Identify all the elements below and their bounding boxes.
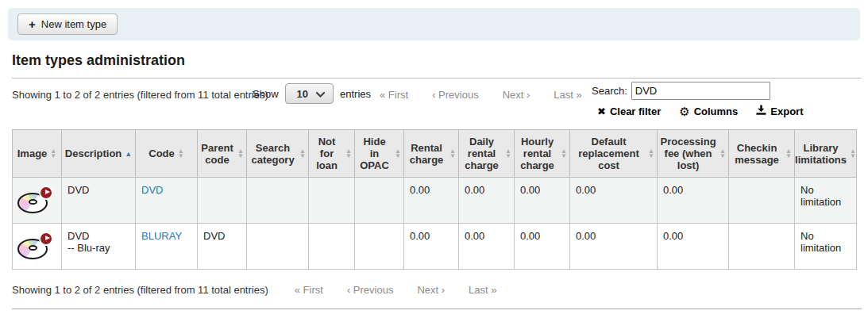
cell-parent-code: [198, 178, 247, 224]
column-label: Rental charge: [407, 142, 446, 166]
column-header-rental-charge[interactable]: Rental charge▲▼: [404, 130, 459, 178]
column-header-daily-rental-charge[interactable]: Daily rental charge▲▼: [459, 130, 515, 178]
clear-filter-button[interactable]: ✖ Clear filter: [597, 105, 661, 117]
page-length-value: 10: [297, 88, 308, 100]
column-label: Code: [149, 148, 175, 159]
cell-rental-charge: 0.00: [404, 224, 459, 270]
sort-both-icon: ▲▼: [395, 149, 401, 159]
item-types-table: Image▲▼Description▲Code▲▼Parent code▲▼Se…: [12, 129, 857, 270]
column-label: Parent code: [200, 142, 234, 166]
item-type-code-link[interactable]: DVD: [141, 184, 163, 196]
item-type-description: DVD: [68, 184, 89, 196]
pagination-previous-button[interactable]: ‹ Previous: [335, 284, 406, 296]
cell-library-limitations: No limitation: [795, 178, 857, 224]
search-input[interactable]: [631, 82, 770, 100]
datatable-controls: Showing 1 to 2 of 2 entries (filtered fr…: [12, 79, 856, 129]
show-label: Show: [253, 88, 279, 100]
cell-not-for-loan: [309, 178, 355, 224]
pagination-first-button[interactable]: « First: [283, 284, 335, 296]
sort-both-icon: ▲▼: [719, 149, 726, 159]
column-header-not-for-loan[interactable]: Not for loan▲▼: [309, 130, 355, 178]
pagination-next-button[interactable]: Next ›: [405, 284, 457, 296]
sort-ascending-icon: ▲: [125, 151, 132, 156]
column-label: Description: [65, 148, 122, 159]
column-header-hide-in-opac[interactable]: Hide in OPAC▲▼: [355, 130, 404, 178]
sort-both-icon: ▲▼: [505, 149, 511, 159]
column-header-library-limitations[interactable]: Library limitations▲▼: [795, 130, 857, 178]
sort-both-icon: ▲▼: [850, 149, 856, 159]
cell-image: [13, 178, 62, 224]
column-header-parent-code[interactable]: Parent code▲▼: [198, 130, 247, 178]
item-type-description: DVD -- Blu-ray: [68, 230, 110, 254]
pagination-next-button[interactable]: Next ›: [491, 89, 542, 101]
column-label: Daily rental charge: [461, 136, 502, 171]
cell-hide-in-opac: [355, 178, 404, 224]
columns-button[interactable]: ⚙ Columns: [679, 105, 738, 117]
column-header-hourly-rental-charge[interactable]: Hourly rental charge▲▼: [515, 130, 570, 178]
x-icon: ✖: [597, 106, 606, 117]
cell-hourly-rental-charge: 0.00: [515, 224, 570, 270]
dvd-disc-play-icon: [17, 184, 55, 217]
column-label: Image: [17, 148, 48, 159]
cell-checkin-message: [729, 224, 795, 270]
download-icon: [756, 105, 766, 117]
toolbar: + New item type: [8, 8, 860, 40]
dvd-disc-play-icon: [17, 230, 55, 263]
item-type-code-link[interactable]: BLURAY: [141, 230, 182, 242]
pagination-bottom: « First ‹ Previous Next › Last »: [283, 284, 509, 296]
cell-search-category: [247, 224, 309, 270]
column-header-processing-fee-when-lost[interactable]: Processing fee (when lost)▲▼: [658, 130, 729, 178]
plus-icon: +: [29, 19, 36, 29]
column-label: Processing fee (when lost): [660, 136, 716, 171]
page-title: Item types administration: [12, 52, 856, 69]
column-header-default-replacement-cost[interactable]: Default replacement cost▲▼: [570, 130, 658, 178]
sort-both-icon: ▲▼: [785, 149, 792, 159]
new-item-type-button[interactable]: + New item type: [17, 13, 118, 35]
cell-processing-fee-when-lost: 0.00: [658, 178, 729, 224]
table-buttons: ✖ Clear filter ⚙ Columns Export: [597, 105, 803, 117]
table-row: DVDDVD0.000.000.000.000.00No limitation: [13, 178, 857, 224]
play-badge-icon: [39, 186, 53, 200]
cell-search-category: [247, 178, 309, 224]
table-info-top: Showing 1 to 2 of 2 entries (filtered fr…: [12, 89, 268, 101]
cell-library-limitations: No limitation: [795, 224, 857, 270]
sort-both-icon: ▲▼: [345, 149, 352, 159]
sort-both-icon: ▲▼: [648, 149, 654, 159]
page-length-control: Show 10 entries: [253, 83, 371, 104]
new-item-type-label: New item type: [41, 18, 106, 30]
column-header-description[interactable]: Description▲: [62, 130, 136, 178]
search-label: Search:: [592, 85, 627, 97]
cell-processing-fee-when-lost: 0.00: [658, 224, 729, 270]
column-label: Hourly rental charge: [517, 136, 557, 171]
cell-code: BLURAY: [136, 224, 198, 270]
cell-description: DVD: [62, 178, 136, 224]
page-length-select[interactable]: 10: [285, 83, 334, 104]
disc-hole: [29, 199, 37, 205]
export-button[interactable]: Export: [756, 105, 803, 117]
cell-parent-code: DVD: [198, 224, 247, 270]
column-label: Search category: [249, 142, 296, 166]
table-info-bottom: Showing 1 to 2 of 2 entries (filtered fr…: [12, 284, 268, 296]
disc-hole: [29, 245, 37, 251]
column-header-image[interactable]: Image▲▼: [13, 130, 62, 178]
cell-daily-rental-charge: 0.00: [459, 224, 515, 270]
column-label: Default replacement cost: [573, 136, 645, 171]
clear-filter-label: Clear filter: [610, 105, 661, 117]
columns-label: Columns: [694, 105, 739, 117]
column-header-checkin-message[interactable]: Checkin message▲▼: [729, 130, 795, 178]
cell-not-for-loan: [309, 224, 355, 270]
play-badge-icon: [39, 232, 53, 246]
pagination-last-button[interactable]: Last »: [457, 284, 508, 296]
chevron-down-icon: [316, 88, 325, 100]
column-label: Hide in OPAC: [357, 136, 392, 171]
cell-default-replacement-cost: 0.00: [570, 224, 658, 270]
pagination-previous-button[interactable]: ‹ Previous: [420, 89, 491, 101]
cell-default-replacement-cost: 0.00: [570, 178, 658, 224]
pagination-last-button[interactable]: Last »: [542, 89, 593, 101]
pagination-first-button[interactable]: « First: [368, 89, 420, 101]
column-header-search-category[interactable]: Search category▲▼: [247, 130, 309, 178]
column-header-code[interactable]: Code▲▼: [136, 130, 198, 178]
cell-checkin-message: [729, 178, 795, 224]
table-footer: Showing 1 to 2 of 2 entries (filtered fr…: [12, 284, 856, 296]
column-label: Library limitations: [795, 142, 847, 166]
